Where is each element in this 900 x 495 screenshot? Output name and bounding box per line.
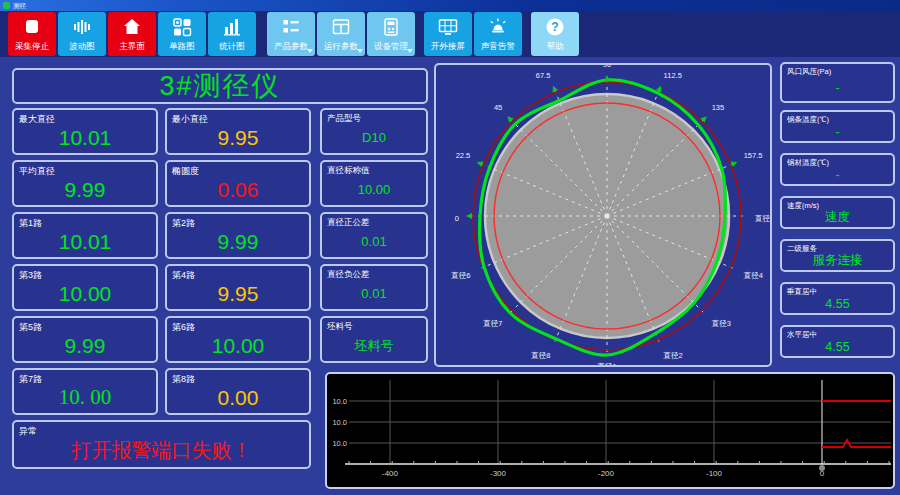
help-icon: ? bbox=[531, 15, 579, 39]
gauge-title-text: 3#测径仪 bbox=[159, 68, 280, 104]
cell-value: 10. 00 bbox=[14, 382, 156, 413]
window-title: 测径 bbox=[13, 2, 26, 9]
toolbar-button-label: 单路图 bbox=[158, 41, 206, 53]
toolbar-button-run-params[interactable]: 运行参数 bbox=[317, 12, 365, 56]
status-value: - bbox=[782, 122, 893, 141]
status-panel-speed: 速度(m/s)速度 bbox=[780, 196, 895, 229]
cell-value: 9.99 bbox=[14, 330, 156, 361]
cell-value: 10.00 bbox=[14, 278, 156, 309]
polar-label: 直径8 bbox=[530, 351, 550, 360]
polar-label: 135 bbox=[712, 103, 725, 112]
polar-label: 0 bbox=[455, 214, 459, 223]
cell-minus-tolerance: 直径负公差0.01 bbox=[320, 264, 428, 311]
status-panel-air-pressure: 风口风压(Pa)- bbox=[780, 62, 895, 103]
x-tick-label: -300 bbox=[490, 469, 507, 478]
angle-marker bbox=[604, 75, 610, 81]
polar-label: 直径3 bbox=[711, 319, 731, 328]
x-tick-label: -200 bbox=[598, 469, 615, 478]
toolbar-button-main-view[interactable]: 主界面 bbox=[108, 12, 156, 56]
toolbar-button-label: 主界面 bbox=[108, 41, 156, 53]
cell-channel-1: 第1路10.01 bbox=[12, 212, 158, 259]
toolbar: 采集停止波动图主界面单路图统计图产品参数运行参数设备管理开外接屏声音告警?帮助 bbox=[0, 11, 900, 57]
external-screen-icon bbox=[424, 15, 472, 39]
run-params-icon bbox=[317, 15, 365, 39]
status-value: 速度 bbox=[782, 208, 893, 227]
cell-value: 10.01 bbox=[14, 226, 156, 257]
home-icon bbox=[108, 15, 156, 39]
multi-pane-icon bbox=[158, 15, 206, 39]
angle-marker bbox=[466, 213, 472, 219]
cell-value: 0.00 bbox=[167, 382, 309, 413]
toolbar-button-sound-alarm[interactable]: 声音告警 bbox=[474, 12, 522, 56]
cell-value: 10.00 bbox=[167, 330, 309, 361]
toolbar-button-wave-chart[interactable]: 波动图 bbox=[58, 12, 106, 56]
stop-icon bbox=[8, 15, 56, 39]
status-value: 4.55 bbox=[782, 294, 893, 313]
toolbar-button-device-manage[interactable]: 设备管理 bbox=[367, 12, 415, 56]
product-params-icon bbox=[267, 15, 315, 39]
cell-channel-4: 第4路9.95 bbox=[165, 264, 311, 311]
toolbar-button-label: 统计图 bbox=[208, 41, 256, 53]
title-bar: 测径 bbox=[0, 0, 900, 11]
svg-text:?: ? bbox=[551, 20, 558, 34]
cell-channel-5: 第5路9.99 bbox=[12, 316, 158, 363]
cell-channel-7: 第7路10. 00 bbox=[12, 368, 158, 415]
toolbar-button-single-channel-view[interactable]: 单路图 bbox=[158, 12, 206, 56]
app-icon bbox=[3, 2, 10, 9]
cell-plus-tolerance: 直径正公差0.01 bbox=[320, 212, 428, 259]
status-panel-bar-temperature: 钢条温度(℃)- bbox=[780, 110, 895, 143]
toolbar-button-external-screen[interactable]: 开外接屏 bbox=[424, 12, 472, 56]
cell-value: 10.00 bbox=[322, 174, 426, 205]
polar-label: 直径6 bbox=[450, 271, 470, 280]
trend-chart: 10.010.010.0-400-300-200-1000 bbox=[327, 374, 893, 487]
status-panel-l2-service: 二级服务服务连接 bbox=[780, 239, 895, 272]
y-tick-label: 10.0 bbox=[332, 418, 347, 427]
status-panel-steel-temperature: 钢材温度(℃)- bbox=[780, 153, 895, 186]
cell-value: 坯料号 bbox=[322, 330, 426, 361]
cell-value: 打开报警端口失败！ bbox=[14, 434, 309, 467]
device-manage-icon bbox=[367, 15, 415, 39]
waveform-icon bbox=[58, 15, 106, 39]
polar-chart-panel: 022.54567.590112.5135157.5直径1直径2直径3直径4直径… bbox=[434, 63, 772, 367]
toolbar-button-stop-acquisition[interactable]: 采集停止 bbox=[8, 12, 56, 56]
status-value: 4.55 bbox=[782, 337, 893, 356]
cell-abnormal: 异常打开报警端口失败！ bbox=[12, 420, 311, 469]
app-window: { "window": { "title": "测径" }, "toolbar"… bbox=[0, 0, 900, 495]
toolbar-button-label: 波动图 bbox=[58, 41, 106, 53]
cell-channel-6: 第6路10.00 bbox=[165, 316, 311, 363]
status-value: 服务连接 bbox=[782, 251, 893, 270]
polar-label: 22.5 bbox=[456, 151, 471, 160]
toolbar-button-label: 声音告警 bbox=[474, 41, 522, 53]
cell-min-diameter: 最小直径9.95 bbox=[165, 108, 311, 155]
cell-channel-2: 第2路9.99 bbox=[165, 212, 311, 259]
cell-ovality: 椭圆度0.06 bbox=[165, 160, 311, 207]
cell-max-diameter: 最大直径10.01 bbox=[12, 108, 158, 155]
cell-value: 0.01 bbox=[322, 278, 426, 309]
cursor-handle[interactable] bbox=[819, 465, 825, 471]
polar-label: 45 bbox=[494, 103, 502, 112]
chevron-down-icon bbox=[407, 49, 413, 53]
toolbar-button-statistics-chart[interactable]: 统计图 bbox=[208, 12, 256, 56]
polar-label: 直径2 bbox=[663, 351, 683, 360]
toolbar-button-label: 开外接屏 bbox=[424, 41, 472, 53]
cell-value: 0.06 bbox=[167, 174, 309, 205]
polar-label: 直径7 bbox=[482, 319, 502, 328]
polar-label: 直径5 bbox=[754, 214, 770, 223]
polar-label: 直径1 bbox=[596, 362, 616, 365]
cell-value: 9.95 bbox=[167, 278, 309, 309]
toolbar-button-label: 采集停止 bbox=[8, 41, 56, 53]
gauge-title-box: 3#测径仪 bbox=[12, 68, 428, 104]
cell-channel-8: 第8路0.00 bbox=[165, 368, 311, 415]
bar-chart-icon bbox=[208, 15, 256, 39]
polar-label: 直径4 bbox=[743, 271, 763, 280]
cell-product-model: 产品型号D10 bbox=[320, 108, 428, 155]
polar-label: 157.5 bbox=[744, 151, 763, 160]
status-value: - bbox=[782, 165, 893, 184]
toolbar-button-product-params[interactable]: 产品参数 bbox=[267, 12, 315, 56]
toolbar-button-help[interactable]: ?帮助 bbox=[531, 12, 579, 56]
x-tick-label: -100 bbox=[706, 469, 723, 478]
cell-value: D10 bbox=[322, 122, 426, 153]
trend-chart-panel: 10.010.010.0-400-300-200-1000 bbox=[325, 372, 895, 489]
cell-value: 9.99 bbox=[14, 174, 156, 205]
status-panel-vertical-center: 垂直居中4.55 bbox=[780, 282, 895, 315]
